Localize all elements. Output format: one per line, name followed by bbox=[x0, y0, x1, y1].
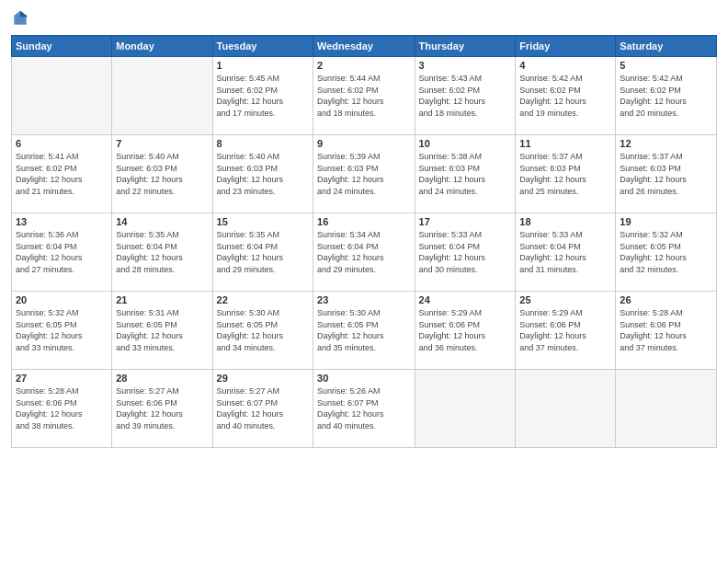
day-header-monday: Monday bbox=[112, 36, 212, 57]
day-info: Sunrise: 5:37 AM Sunset: 6:03 PM Dayligh… bbox=[519, 151, 611, 197]
daylight-label: Daylight: 12 hours bbox=[217, 253, 284, 262]
day-number: 17 bbox=[419, 216, 512, 227]
daylight-label: Daylight: 12 hours bbox=[419, 253, 486, 262]
daylight-minutes: and 22 minutes. bbox=[116, 187, 175, 196]
day-info: Sunrise: 5:33 AM Sunset: 6:04 PM Dayligh… bbox=[519, 229, 611, 275]
day-number: 7 bbox=[116, 138, 208, 149]
daylight-label: Daylight: 12 hours bbox=[16, 409, 83, 419]
calendar-cell: 30 Sunrise: 5:26 AM Sunset: 6:07 PM Dayl… bbox=[313, 370, 415, 448]
sunset-label: Sunset: 6:04 PM bbox=[116, 242, 177, 251]
day-info: Sunrise: 5:42 AM Sunset: 6:02 PM Dayligh… bbox=[620, 73, 712, 119]
calendar-cell: 6 Sunrise: 5:41 AM Sunset: 6:02 PM Dayli… bbox=[12, 135, 112, 213]
day-header-wednesday: Wednesday bbox=[313, 36, 415, 57]
sunset-label: Sunset: 6:07 PM bbox=[217, 398, 279, 408]
calendar-cell: 23 Sunrise: 5:30 AM Sunset: 6:05 PM Dayl… bbox=[313, 292, 415, 370]
daylight-minutes: and 18 minutes. bbox=[317, 109, 376, 118]
calendar-table: SundayMondayTuesdayWednesdayThursdayFrid… bbox=[11, 35, 717, 448]
calendar-cell: 20 Sunrise: 5:32 AM Sunset: 6:05 PM Dayl… bbox=[12, 292, 112, 370]
calendar-cell: 27 Sunrise: 5:28 AM Sunset: 6:06 PM Dayl… bbox=[12, 370, 112, 448]
calendar-cell: 3 Sunrise: 5:43 AM Sunset: 6:02 PM Dayli… bbox=[415, 57, 516, 135]
day-number: 14 bbox=[116, 216, 208, 227]
day-number: 9 bbox=[317, 138, 410, 149]
sunset-label: Sunset: 6:05 PM bbox=[217, 320, 279, 329]
day-info: Sunrise: 5:30 AM Sunset: 6:05 PM Dayligh… bbox=[217, 307, 309, 353]
sunrise-label: Sunrise: 5:29 AM bbox=[419, 308, 483, 317]
day-info: Sunrise: 5:29 AM Sunset: 6:06 PM Dayligh… bbox=[419, 307, 512, 353]
sunrise-label: Sunrise: 5:40 AM bbox=[116, 152, 179, 161]
daylight-label: Daylight: 12 hours bbox=[217, 331, 284, 340]
day-number: 30 bbox=[317, 373, 410, 384]
daylight-minutes: and 24 minutes. bbox=[317, 187, 376, 196]
calendar-cell: 16 Sunrise: 5:34 AM Sunset: 6:04 PM Dayl… bbox=[313, 213, 415, 292]
daylight-minutes: and 31 minutes. bbox=[519, 265, 578, 274]
sunset-label: Sunset: 6:04 PM bbox=[16, 242, 77, 251]
daylight-minutes: and 38 minutes. bbox=[16, 421, 74, 431]
day-info: Sunrise: 5:28 AM Sunset: 6:06 PM Dayligh… bbox=[620, 307, 712, 353]
calendar-cell: 18 Sunrise: 5:33 AM Sunset: 6:04 PM Dayl… bbox=[516, 213, 616, 292]
calendar-cell: 13 Sunrise: 5:36 AM Sunset: 6:04 PM Dayl… bbox=[12, 213, 112, 292]
daylight-label: Daylight: 12 hours bbox=[419, 331, 486, 340]
sunset-label: Sunset: 6:04 PM bbox=[519, 242, 581, 251]
daylight-label: Daylight: 12 hours bbox=[116, 409, 183, 419]
daylight-label: Daylight: 12 hours bbox=[16, 175, 83, 184]
sunset-label: Sunset: 6:05 PM bbox=[116, 320, 177, 329]
daylight-minutes: and 17 minutes. bbox=[217, 109, 276, 118]
day-header-thursday: Thursday bbox=[415, 36, 516, 57]
day-number: 21 bbox=[116, 294, 208, 305]
daylight-minutes: and 28 minutes. bbox=[116, 265, 175, 274]
day-number: 26 bbox=[620, 294, 712, 305]
day-number: 13 bbox=[16, 216, 108, 227]
day-number: 24 bbox=[419, 294, 512, 305]
sunset-label: Sunset: 6:03 PM bbox=[620, 164, 681, 173]
calendar-cell: 2 Sunrise: 5:44 AM Sunset: 6:02 PM Dayli… bbox=[313, 57, 415, 135]
day-number: 16 bbox=[317, 216, 410, 227]
sunset-label: Sunset: 6:07 PM bbox=[317, 398, 379, 408]
calendar-cell: 12 Sunrise: 5:37 AM Sunset: 6:03 PM Dayl… bbox=[616, 135, 717, 213]
day-info: Sunrise: 5:43 AM Sunset: 6:02 PM Dayligh… bbox=[419, 73, 512, 119]
page-container: SundayMondayTuesdayWednesdayThursdayFrid… bbox=[0, 0, 728, 563]
sunset-label: Sunset: 6:02 PM bbox=[317, 86, 379, 95]
daylight-minutes: and 26 minutes. bbox=[620, 187, 678, 196]
sunset-label: Sunset: 6:06 PM bbox=[16, 398, 77, 408]
calendar-cell: 22 Sunrise: 5:30 AM Sunset: 6:05 PM Dayl… bbox=[212, 292, 313, 370]
logo bbox=[11, 9, 31, 28]
day-number: 20 bbox=[16, 294, 108, 305]
calendar-cell: 7 Sunrise: 5:40 AM Sunset: 6:03 PM Dayli… bbox=[112, 135, 212, 213]
day-number: 5 bbox=[620, 60, 712, 71]
sunset-label: Sunset: 6:05 PM bbox=[16, 320, 77, 329]
calendar-cell: 10 Sunrise: 5:38 AM Sunset: 6:03 PM Dayl… bbox=[415, 135, 516, 213]
sunrise-label: Sunrise: 5:42 AM bbox=[620, 74, 683, 83]
calendar-cell: 1 Sunrise: 5:45 AM Sunset: 6:02 PM Dayli… bbox=[212, 57, 313, 135]
sunrise-label: Sunrise: 5:44 AM bbox=[317, 74, 381, 83]
daylight-minutes: and 33 minutes. bbox=[16, 343, 74, 352]
sunrise-label: Sunrise: 5:28 AM bbox=[620, 308, 683, 317]
sunrise-label: Sunrise: 5:35 AM bbox=[116, 230, 179, 239]
daylight-minutes: and 20 minutes. bbox=[620, 109, 678, 118]
day-info: Sunrise: 5:38 AM Sunset: 6:03 PM Dayligh… bbox=[419, 151, 512, 197]
sunset-label: Sunset: 6:02 PM bbox=[16, 164, 77, 173]
daylight-label: Daylight: 12 hours bbox=[519, 97, 586, 106]
daylight-label: Daylight: 12 hours bbox=[519, 331, 586, 340]
sunrise-label: Sunrise: 5:32 AM bbox=[620, 230, 683, 239]
day-number: 27 bbox=[16, 373, 108, 384]
sunrise-label: Sunrise: 5:41 AM bbox=[16, 152, 79, 161]
daylight-minutes: and 24 minutes. bbox=[419, 187, 478, 196]
sunset-label: Sunset: 6:04 PM bbox=[317, 242, 379, 251]
daylight-minutes: and 33 minutes. bbox=[116, 343, 175, 352]
sunrise-label: Sunrise: 5:33 AM bbox=[419, 230, 483, 239]
daylight-minutes: and 18 minutes. bbox=[419, 109, 478, 118]
day-info: Sunrise: 5:45 AM Sunset: 6:02 PM Dayligh… bbox=[217, 73, 309, 119]
sunrise-label: Sunrise: 5:32 AM bbox=[16, 308, 79, 317]
daylight-label: Daylight: 12 hours bbox=[317, 97, 384, 106]
daylight-label: Daylight: 12 hours bbox=[116, 175, 183, 184]
calendar-cell: 25 Sunrise: 5:29 AM Sunset: 6:06 PM Dayl… bbox=[516, 292, 616, 370]
day-header-friday: Friday bbox=[516, 36, 616, 57]
day-info: Sunrise: 5:35 AM Sunset: 6:04 PM Dayligh… bbox=[217, 229, 309, 275]
day-info: Sunrise: 5:37 AM Sunset: 6:03 PM Dayligh… bbox=[620, 151, 712, 197]
daylight-label: Daylight: 12 hours bbox=[317, 253, 384, 262]
daylight-minutes: and 36 minutes. bbox=[419, 343, 478, 352]
calendar-cell: 26 Sunrise: 5:28 AM Sunset: 6:06 PM Dayl… bbox=[616, 292, 717, 370]
day-number: 23 bbox=[317, 294, 410, 305]
day-number: 10 bbox=[419, 138, 512, 149]
calendar-cell: 14 Sunrise: 5:35 AM Sunset: 6:04 PM Dayl… bbox=[112, 213, 212, 292]
